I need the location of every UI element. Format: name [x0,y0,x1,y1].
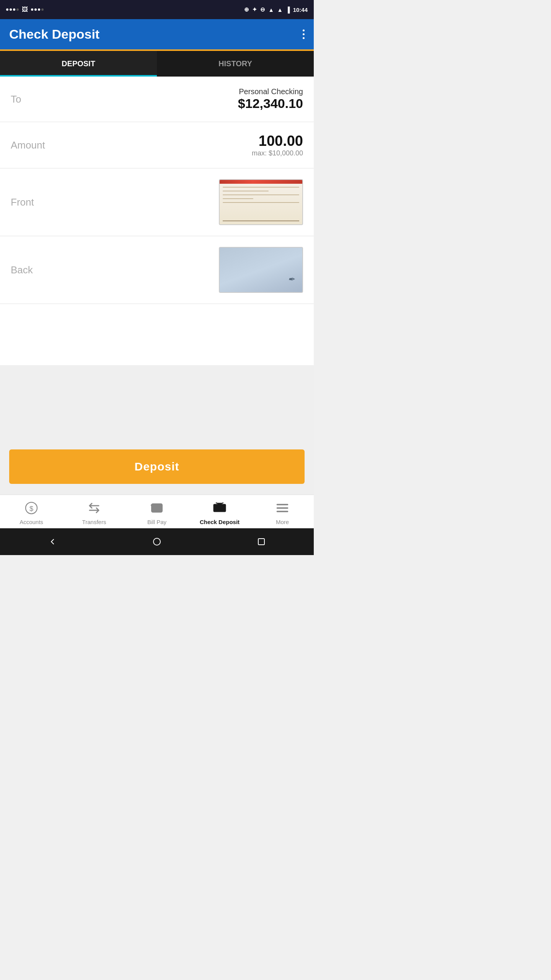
minus-circle-icon: ⊖ [260,6,265,13]
amount-info: 100.00 max: $10,000.00 [252,133,303,157]
front-row[interactable]: Front [0,168,314,236]
plus-circle-icon: ⊕ [244,6,249,13]
deposit-btn-container: Deposit [0,442,314,495]
form-content: To Personal Checking $12,340.10 Amount 1… [0,77,314,365]
front-check-image[interactable] [219,179,303,225]
nav-transfers-label: Transfers [82,519,106,525]
dollar-circle-icon: $ [23,500,40,516]
nav-transfers[interactable]: Transfers [63,500,126,525]
nav-checkdeposit[interactable]: Check Deposit [188,500,251,525]
status-bar: 🖼 ⊕ ✦ ⊖ ▲ ▲ ▐ 10:44 [0,0,314,19]
amount-label: Amount [11,139,45,151]
nav-billpay-label: Bill Pay [147,519,166,525]
nav-accounts-label: Accounts [20,519,43,525]
transfer-icon [86,500,103,516]
wifi-icon: ▲ [268,7,274,13]
svg-rect-3 [214,505,225,511]
page-title: Check Deposit [9,27,99,42]
status-right: ⊕ ✦ ⊖ ▲ ▲ ▐ 10:44 [244,6,308,13]
back-row[interactable]: Back ✒ [0,236,314,304]
bottom-nav: $ Accounts Transfers Bill Pay [0,495,314,528]
deposit-button[interactable]: Deposit [9,449,305,484]
to-row[interactable]: To Personal Checking $12,340.10 [0,77,314,122]
nav-more[interactable]: More [251,500,314,525]
back-button[interactable] [47,536,58,547]
time-display: 10:44 [293,7,308,13]
nav-accounts[interactable]: $ Accounts [0,500,63,525]
system-nav-bar [0,528,314,555]
camera-icon: 🖼 [22,6,28,13]
front-label: Front [11,196,34,208]
to-label: To [11,93,21,105]
home-button[interactable] [151,536,163,547]
more-vert-icon[interactable] [303,29,305,39]
recents-button[interactable] [256,536,267,547]
svg-text:$: $ [29,505,33,513]
amount-value: 100.00 [252,133,303,149]
billpay-icon [148,500,165,516]
svg-point-4 [153,538,160,545]
check-signature: ✒ [288,274,295,284]
header: Check Deposit [0,19,314,51]
check-back-preview: ✒ [220,248,302,292]
gray-spacer [0,365,314,442]
more-icon [274,500,291,516]
tab-deposit[interactable]: DEPOSIT [0,51,157,77]
nav-checkdeposit-label: Check Deposit [200,519,240,525]
account-name: Personal Checking [238,87,303,96]
nav-more-label: More [276,519,289,525]
check-front-preview [220,180,302,224]
signal-icon: ▲ [277,7,283,13]
account-balance: $12,340.10 [238,96,303,111]
nav-billpay[interactable]: Bill Pay [126,500,188,525]
battery-icon: ▐ [286,7,290,13]
back-check-image[interactable]: ✒ [219,247,303,293]
tab-history[interactable]: HISTORY [157,51,314,77]
signal-dots-2 [31,8,44,11]
svg-rect-5 [258,539,264,545]
tab-bar: DEPOSIT HISTORY [0,51,314,77]
amount-max: max: $10,000.00 [252,149,303,157]
amount-row[interactable]: Amount 100.00 max: $10,000.00 [0,122,314,168]
status-left: 🖼 [6,6,44,13]
check-lines [223,187,299,206]
back-label: Back [11,264,33,276]
signal-dots [6,8,19,11]
account-info: Personal Checking $12,340.10 [238,87,303,111]
bluetooth-icon: ✦ [252,6,257,13]
checkdeposit-icon [211,500,228,516]
